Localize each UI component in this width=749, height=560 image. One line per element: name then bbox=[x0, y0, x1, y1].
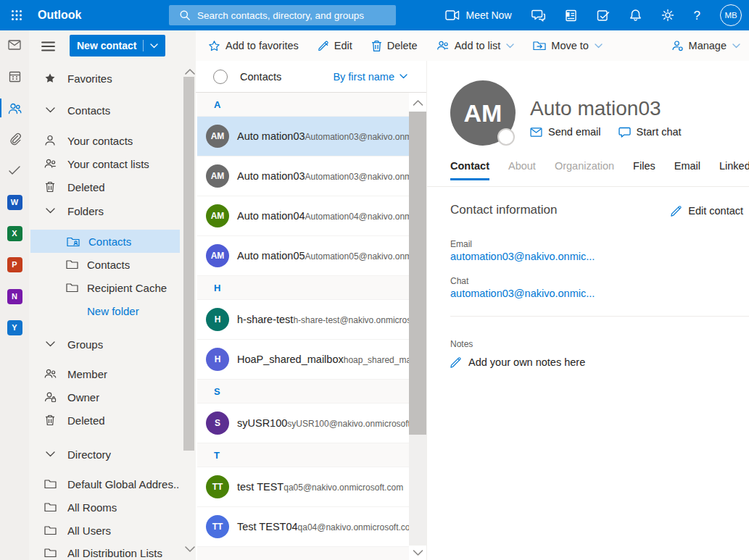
add-notes-button[interactable]: Add your own notes here bbox=[450, 356, 585, 368]
contact-email: Automation04@nakivo.onmicrosoft.com bbox=[305, 212, 409, 222]
sidebar-group-directory[interactable]: Directory bbox=[29, 443, 180, 466]
sidebar-item-all-distribution-lists[interactable]: All Distribution Lists bbox=[29, 541, 180, 560]
sidebar-group-groups[interactable]: Groups bbox=[29, 333, 180, 356]
folder-icon bbox=[44, 548, 57, 558]
contact-list: A AM Auto mation03Automation03@nakivo.on… bbox=[197, 93, 409, 560]
rail-powerpoint-button[interactable]: P bbox=[0, 253, 29, 276]
checkmark-icon bbox=[8, 165, 21, 175]
contact-email: hoap_shared_mailbox@nakivo.onmicroso... bbox=[344, 355, 409, 365]
list-scroll-up[interactable] bbox=[409, 95, 426, 109]
chevron-down-icon bbox=[44, 208, 57, 214]
tab-about[interactable]: About bbox=[508, 160, 536, 180]
sidebar-item-your-contacts[interactable]: Your contacts bbox=[29, 129, 180, 152]
avatar: TT bbox=[206, 475, 229, 498]
send-email-button[interactable]: Send email bbox=[530, 126, 601, 138]
new-contact-button[interactable]: New contact bbox=[70, 35, 165, 57]
sidebar-item-all-rooms[interactable]: All Rooms bbox=[29, 496, 180, 519]
envelope-icon bbox=[530, 128, 542, 137]
sidebar-item-member[interactable]: Member bbox=[29, 362, 180, 385]
contact-row[interactable]: AM Auto mation03Automation03@nakivo.onmi… bbox=[197, 156, 409, 196]
tab-organization[interactable]: Organization bbox=[555, 160, 614, 180]
chevron-down-icon bbox=[44, 341, 57, 347]
add-to-list-button[interactable]: Add to list bbox=[436, 40, 515, 51]
section-letter: T bbox=[214, 450, 220, 461]
sidebar-item-your-contact-lists[interactable]: Your contact lists bbox=[29, 152, 180, 175]
settings-button[interactable] bbox=[661, 9, 674, 22]
contact-row[interactable]: TT Test TEST04qa04@nakivo.onmicrosoft.co… bbox=[197, 507, 409, 547]
rail-attachments-button[interactable] bbox=[0, 128, 29, 151]
meet-now-button[interactable]: Meet Now bbox=[445, 9, 512, 21]
search-input[interactable]: Search contacts, directory, and groups bbox=[169, 5, 396, 25]
rail-word-button[interactable]: W bbox=[0, 191, 29, 214]
chat-button[interactable] bbox=[531, 9, 545, 22]
contact-row[interactable]: H h-share-testh-share-test@nakivo.onmicr… bbox=[197, 300, 409, 340]
contact-email: Automation03@nakivo.onmicrosoft.com bbox=[305, 172, 409, 182]
select-all-checkbox[interactable] bbox=[213, 70, 228, 84]
sidebar-scroll-down[interactable] bbox=[183, 543, 196, 555]
hamburger-menu-icon[interactable] bbox=[39, 38, 57, 55]
chevron-down-icon bbox=[400, 74, 407, 79]
sidebar-folder-contacts[interactable]: Contacts bbox=[29, 253, 180, 276]
new-contact-label: New contact bbox=[77, 40, 136, 51]
avatar: H bbox=[206, 308, 229, 331]
delete-button[interactable]: Delete bbox=[371, 40, 418, 52]
sort-by-dropdown[interactable]: By first name bbox=[333, 71, 407, 83]
rail-people-button[interactable] bbox=[0, 96, 29, 120]
sidebar-item-favorites[interactable]: Favorites bbox=[29, 67, 180, 90]
notifications-button[interactable] bbox=[629, 9, 642, 22]
sidebar-item-groups-deleted[interactable]: Deleted bbox=[29, 409, 180, 432]
person-icon bbox=[44, 135, 57, 146]
sidebar-group-folders[interactable]: Folders bbox=[29, 199, 180, 222]
email-value-link[interactable]: automation03@nakivo.onmic... bbox=[450, 251, 595, 262]
rail-tasks-button[interactable] bbox=[0, 159, 29, 182]
chevron-down-icon[interactable] bbox=[150, 43, 158, 49]
sidebar-new-folder-link[interactable]: New folder bbox=[29, 299, 180, 322]
contact-row[interactable]: AM Auto mation04Automation04@nakivo.onmi… bbox=[197, 196, 409, 236]
sidebar-folder-contacts-selected[interactable]: Contacts bbox=[30, 230, 180, 253]
contact-row[interactable]: AM Auto mation03Automation03@nakivo.onmi… bbox=[197, 117, 409, 156]
account-button[interactable]: MB bbox=[720, 4, 742, 26]
rail-onenote-button[interactable]: N bbox=[0, 285, 29, 308]
trash-icon bbox=[44, 181, 57, 193]
chat-value-link[interactable]: automation03@nakivo.onmic... bbox=[450, 288, 595, 299]
contact-row[interactable]: TT test TESTqa05@nakivo.onmicrosoft.com bbox=[197, 467, 409, 507]
excel-icon: X bbox=[7, 226, 22, 241]
move-to-button[interactable]: Move to bbox=[533, 40, 603, 51]
rail-mail-button[interactable] bbox=[0, 33, 29, 57]
sidebar-folder-recipient-cache[interactable]: Recipient Cache bbox=[29, 276, 180, 299]
meet-now-label: Meet Now bbox=[466, 9, 512, 21]
contact-name: syUSR100 bbox=[237, 417, 287, 429]
rail-excel-button[interactable]: X bbox=[0, 222, 29, 245]
sidebar-scrollbar-thumb[interactable] bbox=[183, 77, 194, 451]
todo-button[interactable] bbox=[597, 9, 610, 22]
sidebar-group-contacts[interactable]: Contacts bbox=[29, 99, 180, 122]
contact-row[interactable]: S syUSR100syUSR100@nakivo.onmicrosoft.co… bbox=[197, 404, 409, 443]
rail-calendar-button[interactable] bbox=[0, 64, 29, 88]
manage-button[interactable]: Manage bbox=[671, 40, 740, 51]
edit-contact-button[interactable]: Edit contact bbox=[671, 205, 743, 217]
chat-bubbles-icon bbox=[531, 9, 545, 22]
sidebar-item-deleted[interactable]: Deleted bbox=[29, 175, 180, 198]
notes-feed-icon bbox=[565, 9, 577, 22]
contact-row[interactable]: H HoaP_shared_mailboxhoap_shared_mailbox… bbox=[197, 340, 409, 380]
help-button[interactable]: ? bbox=[694, 9, 700, 22]
app-rail: W X P N Y bbox=[0, 30, 29, 560]
powerpoint-icon: P bbox=[7, 257, 22, 272]
list-scrollbar-thumb[interactable] bbox=[409, 112, 426, 435]
tab-files[interactable]: Files bbox=[633, 160, 655, 180]
sidebar-item-default-gal[interactable]: Default Global Addres... bbox=[29, 472, 180, 496]
contact-row[interactable]: AM Auto mation05Automation05@nakivo.onmi… bbox=[197, 236, 409, 276]
app-launcher-icon[interactable] bbox=[0, 0, 33, 30]
edit-button[interactable]: Edit bbox=[318, 40, 352, 51]
rail-yammer-button[interactable]: Y bbox=[0, 316, 29, 339]
feed-button[interactable] bbox=[565, 9, 577, 22]
list-scroll-down[interactable] bbox=[409, 546, 426, 560]
start-chat-button[interactable]: Start chat bbox=[618, 126, 682, 138]
tab-email[interactable]: Email bbox=[674, 160, 700, 180]
add-to-favorites-button[interactable]: Add to favorites bbox=[208, 40, 299, 52]
tab-contact[interactable]: Contact bbox=[450, 160, 489, 180]
sidebar-item-all-users[interactable]: All Users bbox=[29, 519, 180, 542]
sidebar-item-owner[interactable]: Owner bbox=[29, 385, 180, 409]
sidebar-scroll-up[interactable] bbox=[183, 65, 196, 77]
tab-linkedin[interactable]: LinkedIn bbox=[719, 160, 749, 180]
